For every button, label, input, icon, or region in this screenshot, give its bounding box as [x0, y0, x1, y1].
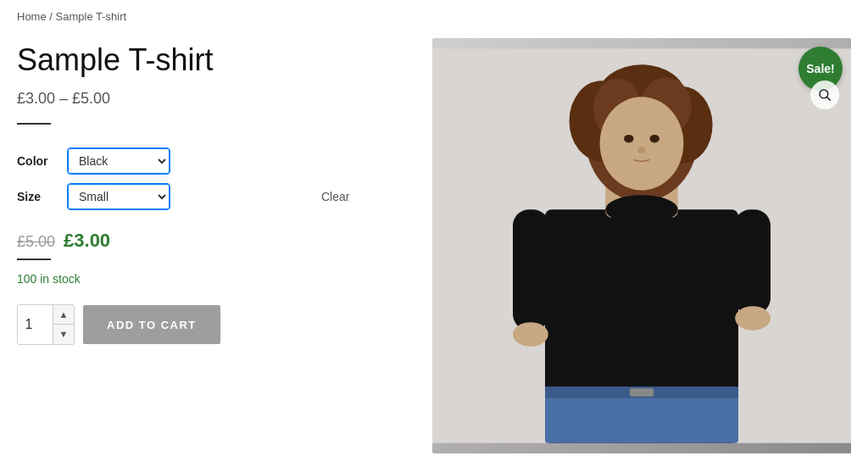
size-option-row: Size Small Medium Large XL Clear: [17, 179, 407, 214]
quantity-down-button[interactable]: ▼: [53, 325, 74, 344]
quantity-input[interactable]: [18, 305, 53, 344]
color-option-row: Color Black White Grey Navy: [17, 143, 407, 179]
product-image: [432, 38, 851, 453]
clear-button[interactable]: Clear: [314, 190, 356, 203]
stock-info: 100 in stock: [17, 272, 407, 286]
price-sale: £3.00: [64, 230, 110, 252]
svg-rect-16: [513, 209, 549, 331]
breadcrumb: Home / Sample T-shirt: [17, 10, 851, 23]
product-image-wrap: Sale!: [432, 38, 851, 453]
price-range: £3.00 – £5.00: [17, 90, 407, 108]
svg-line-1: [827, 97, 831, 101]
size-select-cell: Small Medium Large XL: [68, 179, 314, 214]
svg-point-11: [600, 97, 684, 190]
divider-bottom: [17, 259, 51, 260]
svg-point-19: [735, 306, 771, 331]
product-image-svg: [432, 38, 851, 453]
quantity-wrapper: ▲ ▼: [17, 304, 75, 345]
product-layout: Sample T-shirt £3.00 – £5.00 Color Black…: [17, 38, 851, 453]
page-wrapper: Home / Sample T-shirt Sample T-shirt £3.…: [0, 0, 868, 464]
color-select[interactable]: Black White Grey Navy: [68, 148, 170, 174]
divider-top: [17, 123, 51, 125]
svg-point-15: [605, 195, 678, 224]
svg-point-0: [820, 90, 828, 98]
quantity-input-row: ▲ ▼: [18, 305, 74, 344]
color-label: Color: [17, 143, 68, 179]
svg-point-17: [513, 322, 548, 347]
svg-point-14: [637, 147, 646, 153]
search-icon: [817, 87, 832, 103]
product-title: Sample T-shirt: [17, 42, 407, 78]
price-original: £5.00: [17, 233, 55, 251]
add-to-cart-row: ▲ ▼ ADD TO CART: [17, 304, 407, 345]
product-options-table: Color Black White Grey Navy Size: [17, 143, 407, 214]
breadcrumb-separator: /: [49, 10, 55, 23]
breadcrumb-home-link[interactable]: Home: [17, 10, 47, 23]
breadcrumb-current: Sample T-shirt: [56, 10, 127, 23]
add-to-cart-button[interactable]: ADD TO CART: [83, 305, 220, 344]
quantity-up-button[interactable]: ▲: [53, 305, 74, 325]
size-label: Size: [17, 179, 68, 214]
product-details-panel: Sample T-shirt £3.00 – £5.00 Color Black…: [17, 38, 407, 345]
quantity-arrows: ▲ ▼: [53, 305, 74, 344]
svg-point-13: [650, 135, 659, 143]
svg-point-12: [624, 135, 633, 143]
size-select[interactable]: Small Medium Large XL: [68, 184, 170, 209]
svg-rect-22: [630, 388, 654, 397]
svg-rect-18: [734, 209, 771, 314]
price-display: £5.00 £3.00: [17, 230, 407, 252]
color-select-cell: Black White Grey Navy: [68, 143, 314, 179]
image-zoom-button[interactable]: [810, 81, 839, 109]
